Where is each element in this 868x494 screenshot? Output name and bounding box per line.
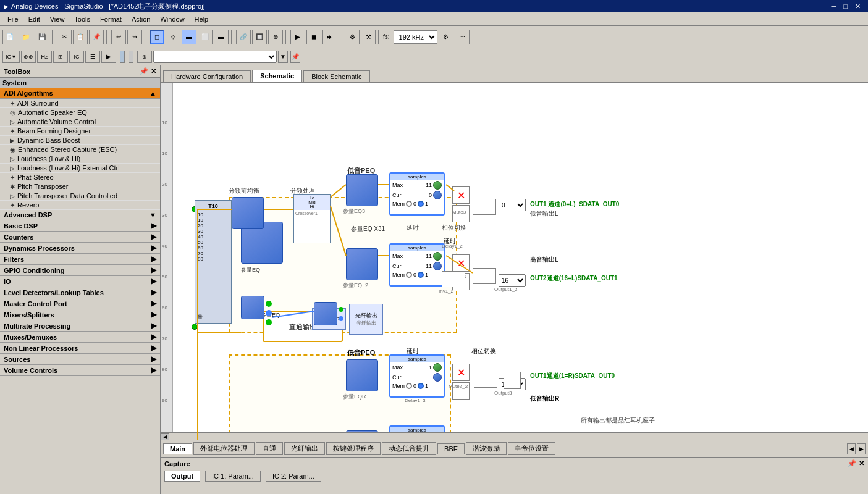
mute-btn-bot1[interactable]: ✕ bbox=[452, 364, 470, 381]
menu-format[interactable]: Format bbox=[95, 14, 127, 24]
menu-window[interactable]: Window bbox=[155, 14, 189, 24]
di-yin-peq-block[interactable] bbox=[346, 174, 378, 206]
open-btn[interactable]: 📁 bbox=[19, 30, 33, 44]
crossover-block-top[interactable]: LoMidHi Crossover1 bbox=[293, 194, 331, 243]
output-select-top[interactable]: 0 bbox=[499, 199, 526, 211]
cut-btn[interactable]: ✂ bbox=[57, 30, 72, 44]
param-block-top2[interactable]: samples Max11 Cur11 Mem 0 1 bbox=[389, 243, 445, 287]
link-btn[interactable]: 🔗 bbox=[236, 30, 251, 44]
sidebar-item-loudness[interactable]: ▷ Loudness (Low & Hi) bbox=[0, 154, 160, 164]
h-scrollbar[interactable]: ◀ ▶ bbox=[161, 432, 868, 440]
capture-tab-output[interactable]: Output bbox=[164, 471, 200, 482]
t2-btn4[interactable]: ⊞ bbox=[53, 51, 68, 63]
chip-btn[interactable]: 🔲 bbox=[252, 30, 267, 44]
sidebar-item-pitch-transposer-dc[interactable]: ▷ Pitch Transposer Data Controlled bbox=[0, 191, 160, 201]
section-level-detectors[interactable]: Level Detectors/Lookup Tables ▶ bbox=[0, 287, 160, 298]
t2-btn8[interactable]: ⊕ bbox=[137, 51, 152, 63]
t2-btn1[interactable]: IC▼ bbox=[2, 51, 20, 63]
phase-box-top-r[interactable] bbox=[473, 268, 496, 284]
btab-btn-proc[interactable]: 按键处理程序 bbox=[326, 442, 381, 455]
config-btn[interactable]: ⚒ bbox=[361, 30, 376, 44]
run-btn[interactable]: ▶ bbox=[290, 30, 305, 44]
minimize-btn[interactable]: ─ bbox=[828, 2, 840, 10]
dropdown-arrow[interactable]: ▼ bbox=[278, 51, 288, 63]
capture-close[interactable]: ✕ bbox=[859, 459, 864, 467]
section-master-control[interactable]: Master Control Port ▶ bbox=[0, 298, 160, 309]
menu-action[interactable]: Action bbox=[127, 14, 156, 24]
btab-bbe[interactable]: BBE bbox=[437, 443, 465, 454]
btab-direct[interactable]: 直通 bbox=[256, 442, 283, 455]
phase-box-top[interactable] bbox=[473, 199, 496, 215]
section-mixers-splitters[interactable]: Mixers/Splitters ▶ bbox=[0, 309, 160, 320]
toolbox-pin[interactable]: 📌 bbox=[140, 67, 148, 75]
block-mid2[interactable] bbox=[314, 302, 337, 325]
copy-btn[interactable]: 📋 bbox=[73, 30, 88, 44]
sidebar-item-auto-speaker-eq[interactable]: ◎ Automatic Speaker EQ bbox=[0, 108, 160, 117]
btab-emperor[interactable]: 皇帝位设置 bbox=[508, 442, 555, 455]
tab-hardware-config[interactable]: Hardware Configuration bbox=[163, 70, 251, 82]
undo-btn[interactable]: ↩ bbox=[111, 30, 126, 44]
pin-btn[interactable]: 📌 bbox=[290, 51, 300, 63]
section-adi-algorithms[interactable]: ADI Algorithms ▲ bbox=[0, 88, 160, 99]
phase-box-bot1[interactable] bbox=[474, 372, 497, 388]
output-select-16[interactable]: 16 bbox=[499, 274, 526, 287]
maximize-btn[interactable]: □ bbox=[840, 2, 851, 10]
select-btn[interactable]: ◻ bbox=[150, 30, 164, 44]
t2-btn2[interactable]: ⊕⊕ bbox=[21, 51, 36, 63]
close-btn[interactable]: ✕ bbox=[851, 2, 864, 10]
btab-harmonic[interactable]: 谐波激励 bbox=[466, 442, 507, 455]
sidebar-item-adi-surround[interactable]: ✦ ADI Surround bbox=[0, 99, 160, 108]
section-sources[interactable]: Sources ▶ bbox=[0, 354, 160, 365]
sidebar-item-loudness-ext[interactable]: ▷ Loudness (Low & Hi) External Ctrl bbox=[0, 164, 160, 173]
sidebar-item-reverb[interactable]: ✦ Reverb bbox=[0, 201, 160, 210]
phase-box-top2[interactable] bbox=[442, 271, 465, 287]
freq-select[interactable]: 192 kHz 96 kHz 48 kHz bbox=[394, 30, 437, 44]
block2-btn[interactable]: ⬜ bbox=[198, 30, 213, 44]
step-btn[interactable]: ⏭ bbox=[322, 30, 337, 44]
section-nonlinear[interactable]: Non Linear Processors ▶ bbox=[0, 343, 160, 354]
sidebar-item-esc[interactable]: ◉ Enhanced Stereo Capture (ESC) bbox=[0, 145, 160, 154]
section-basic-dsp[interactable]: Basic DSP ▶ bbox=[0, 220, 160, 232]
save-btn[interactable]: 💾 bbox=[35, 30, 49, 44]
capture-pin[interactable]: 📌 bbox=[848, 459, 856, 467]
schematic-canvas[interactable]: 10 10 20 30 40 50 60 70 80 90 bbox=[161, 83, 868, 440]
more-btn[interactable]: ⋯ bbox=[455, 30, 470, 44]
param-eq-mid-block[interactable] bbox=[241, 296, 264, 319]
mute-box-bot-r[interactable] bbox=[504, 372, 521, 389]
t2-btn3[interactable]: Hz bbox=[37, 51, 52, 63]
btab-optical[interactable]: 光纤输出 bbox=[284, 442, 325, 455]
btab-dyn-bass[interactable]: 动态低音提升 bbox=[382, 442, 436, 455]
section-volume-controls[interactable]: Volume Controls ▶ bbox=[0, 365, 160, 376]
guang-xian-block[interactable]: 光纤输出 光纤输出 bbox=[349, 304, 383, 335]
mute-btn-top[interactable]: ✕ bbox=[452, 186, 470, 204]
tab-block-schematic[interactable]: Block Schematic bbox=[303, 70, 369, 82]
block-btn[interactable]: ▬ bbox=[182, 30, 196, 44]
menu-help[interactable]: Help bbox=[190, 14, 214, 24]
param-block-top[interactable]: samples Max11 Cur0 Mem 0 1 bbox=[389, 172, 445, 216]
sidebar-item-auto-volume[interactable]: ▷ Automatic Volume Control bbox=[0, 117, 160, 127]
capture-tab-ic2[interactable]: IC 2: Param... bbox=[266, 471, 321, 482]
param-eq2-block[interactable] bbox=[346, 248, 378, 280]
section-counters[interactable]: Counters ▶ bbox=[0, 232, 160, 243]
sidebar-item-beam-forming[interactable]: ✦ Beam Forming Designer bbox=[0, 127, 160, 136]
section-muxes[interactable]: Muxes/Demuxes ▶ bbox=[0, 332, 160, 343]
section-multirate[interactable]: Multirate Processing ▶ bbox=[0, 320, 160, 332]
block3-btn[interactable]: ▬ bbox=[214, 30, 229, 44]
tab-schematic[interactable]: Schematic bbox=[252, 70, 302, 82]
param-block-bot1[interactable]: samples Max1 Cur Mem 0 1 bbox=[389, 354, 445, 398]
settings-btn[interactable]: ⚙ bbox=[439, 30, 453, 44]
redo-btn[interactable]: ↪ bbox=[127, 30, 142, 44]
debug-btn[interactable]: ⚙ bbox=[345, 30, 360, 44]
sidebar-item-dynamic-bass[interactable]: ▶ Dynamic Bass Boost bbox=[0, 136, 160, 145]
section-gpio[interactable]: GPIO Conditioning ▶ bbox=[0, 265, 160, 276]
menu-file[interactable]: File bbox=[2, 14, 23, 24]
menu-view[interactable]: View bbox=[45, 14, 70, 24]
tab-scroll-right[interactable]: ▶ bbox=[857, 443, 866, 454]
param-eq-bot-block[interactable] bbox=[346, 359, 378, 391]
mute-btn2[interactable]: ✕ bbox=[452, 254, 470, 272]
menu-edit[interactable]: Edit bbox=[23, 14, 45, 24]
wire-btn[interactable]: ⊹ bbox=[166, 30, 180, 44]
module-select[interactable] bbox=[153, 51, 277, 63]
btab-ext-volume[interactable]: 外部电位器处理 bbox=[193, 442, 255, 455]
section-filters[interactable]: Filters ▶ bbox=[0, 254, 160, 265]
